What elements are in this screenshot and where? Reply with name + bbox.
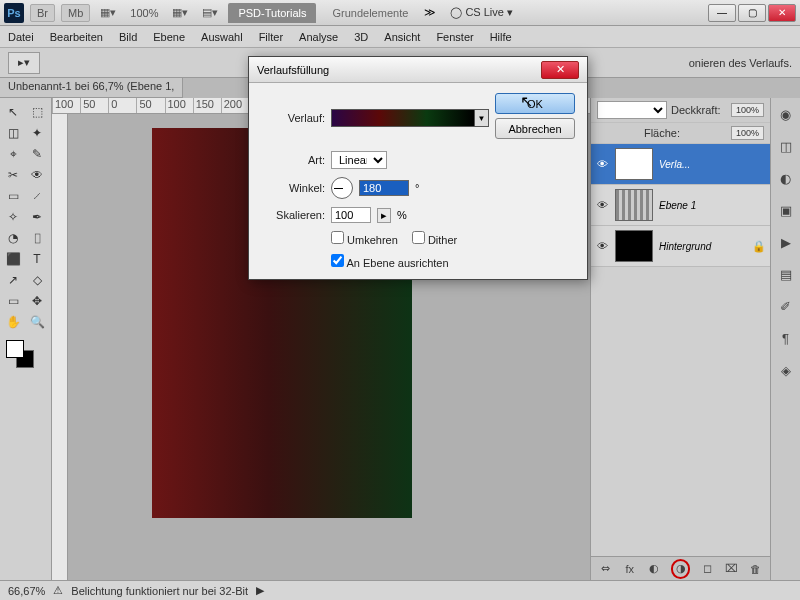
- layers-panel-icon[interactable]: ◈: [776, 360, 796, 380]
- more-icon[interactable]: ≫: [424, 6, 436, 19]
- mask-icon[interactable]: ◐: [647, 562, 661, 575]
- opacity-value[interactable]: 100%: [731, 103, 764, 117]
- cslive-button[interactable]: ◯ CS Live ▾: [450, 6, 513, 19]
- status-warn-icon: ⚠: [53, 584, 63, 597]
- visibility-icon[interactable]: 👁: [595, 158, 609, 170]
- adjustment-layer-icon[interactable]: ◑: [671, 559, 691, 579]
- tool-preset[interactable]: ▸▾: [8, 52, 40, 74]
- menu-3d[interactable]: 3D: [354, 31, 368, 43]
- angle-input[interactable]: [359, 180, 409, 196]
- shape-tool[interactable]: ◇: [26, 270, 48, 290]
- menu-filter[interactable]: Filter: [259, 31, 283, 43]
- path-tool[interactable]: ↗: [2, 270, 24, 290]
- zoom-tool[interactable]: 🔍: [26, 312, 48, 332]
- new-layer-icon[interactable]: ⌧: [724, 562, 738, 575]
- dialog-title: Verlaufsfüllung: [257, 64, 329, 76]
- menu-ansicht[interactable]: Ansicht: [384, 31, 420, 43]
- blend-mode-select[interactable]: [597, 101, 667, 119]
- type-tool[interactable]: T: [26, 249, 48, 269]
- lasso-tool[interactable]: ◫: [2, 123, 24, 143]
- pen-tool[interactable]: ⬛: [2, 249, 24, 269]
- foreground-color[interactable]: [6, 340, 24, 358]
- menu-hilfe[interactable]: Hilfe: [490, 31, 512, 43]
- menu-bearbeiten[interactable]: Bearbeiten: [50, 31, 103, 43]
- dialog-close-button[interactable]: ✕: [541, 61, 579, 79]
- reverse-checkbox[interactable]: Umkehren: [331, 231, 398, 246]
- screen-mode[interactable]: ▦▾: [168, 4, 192, 21]
- history-panel-icon[interactable]: ▶: [776, 232, 796, 252]
- layer-thumb[interactable]: [615, 148, 653, 180]
- menu-bild[interactable]: Bild: [119, 31, 137, 43]
- paragraph-panel-icon[interactable]: ¶: [776, 328, 796, 348]
- layers-footer: ⇔ fx ◐ ◑ ◻ ⌧ 🗑: [591, 556, 770, 580]
- layer-thumb[interactable]: [615, 230, 653, 262]
- align-checkbox[interactable]: An Ebene ausrichten: [331, 254, 449, 269]
- verlauf-label: Verlauf:: [261, 112, 325, 124]
- layer-thumb[interactable]: [615, 189, 653, 221]
- masks-panel-icon[interactable]: ▣: [776, 200, 796, 220]
- layer-gradient-fill[interactable]: 👁 Verla...: [591, 144, 770, 185]
- menu-analyse[interactable]: Analyse: [299, 31, 338, 43]
- brush-tool[interactable]: 👁: [26, 165, 48, 185]
- color-swatches[interactable]: [2, 338, 49, 370]
- gradient-dropdown[interactable]: ▼: [475, 109, 489, 127]
- visibility-icon[interactable]: 👁: [595, 240, 609, 252]
- menu-ebene[interactable]: Ebene: [153, 31, 185, 43]
- blur-tool[interactable]: ◔: [2, 228, 24, 248]
- bridge-button[interactable]: Br: [30, 4, 55, 22]
- maximize-button[interactable]: ▢: [738, 4, 766, 22]
- link-icon[interactable]: ⇔: [599, 562, 613, 575]
- ok-button[interactable]: OK: [495, 93, 575, 114]
- zoom-level[interactable]: 100%: [126, 5, 162, 21]
- adjustments-panel-icon[interactable]: ◐: [776, 168, 796, 188]
- heal-tool[interactable]: ✂: [2, 165, 24, 185]
- close-button[interactable]: ✕: [768, 4, 796, 22]
- dither-checkbox[interactable]: Dither: [412, 231, 457, 246]
- workspace-tab[interactable]: Grundelemente: [322, 3, 418, 23]
- fx-icon[interactable]: fx: [623, 563, 637, 575]
- crop-tool[interactable]: ⌖: [2, 144, 24, 164]
- eyedropper-tool[interactable]: ✎: [26, 144, 48, 164]
- gradient-fill-dialog: Verlaufsfüllung ✕ Verlauf: ▼ OK Abbreche…: [248, 56, 588, 280]
- move-tool[interactable]: ↖: [2, 102, 24, 122]
- minibridge-button[interactable]: Mb: [61, 4, 90, 22]
- visibility-icon[interactable]: 👁: [595, 199, 609, 211]
- dodge-tool[interactable]: ⌷: [26, 228, 48, 248]
- history-brush-tool[interactable]: ⟋: [26, 186, 48, 206]
- menu-datei[interactable]: Datei: [8, 31, 34, 43]
- trash-icon[interactable]: 🗑: [748, 563, 762, 575]
- fill-value[interactable]: 100%: [731, 126, 764, 140]
- workspace-tab-active[interactable]: PSD-Tutorials: [228, 3, 316, 23]
- menu-auswahl[interactable]: Auswahl: [201, 31, 243, 43]
- gradient-preview[interactable]: [331, 109, 475, 127]
- wand-tool[interactable]: ✦: [26, 123, 48, 143]
- color-panel-icon[interactable]: ◉: [776, 104, 796, 124]
- view-options[interactable]: ▦▾: [96, 4, 120, 21]
- scale-input[interactable]: [331, 207, 371, 223]
- document-tab[interactable]: Unbenannt-1 bei 66,7% (Ebene 1,: [0, 78, 183, 98]
- actions-panel-icon[interactable]: ▤: [776, 264, 796, 284]
- stamp-tool[interactable]: ▭: [2, 186, 24, 206]
- gradient-tool[interactable]: ✒: [26, 207, 48, 227]
- eraser-tool[interactable]: ✧: [2, 207, 24, 227]
- minimize-button[interactable]: —: [708, 4, 736, 22]
- arrange[interactable]: ▤▾: [198, 4, 222, 21]
- cancel-button[interactable]: Abbrechen: [495, 118, 575, 139]
- angle-dial[interactable]: [331, 177, 353, 199]
- marquee-tool[interactable]: ⬚: [26, 102, 48, 122]
- art-select[interactable]: Linear: [331, 151, 387, 169]
- layer-ebene1[interactable]: 👁 Ebene 1: [591, 185, 770, 226]
- status-zoom[interactable]: 66,67%: [8, 585, 45, 597]
- brush-panel-icon[interactable]: ✐: [776, 296, 796, 316]
- menu-fenster[interactable]: Fenster: [436, 31, 473, 43]
- 3d-camera-tool[interactable]: ✥: [26, 291, 48, 311]
- dialog-titlebar[interactable]: Verlaufsfüllung ✕: [249, 57, 587, 83]
- group-icon[interactable]: ◻: [700, 562, 714, 575]
- layer-hintergrund[interactable]: 👁 Hintergrund 🔒: [591, 226, 770, 267]
- layer-name: Ebene 1: [659, 200, 696, 211]
- scale-stepper[interactable]: ▸: [377, 208, 391, 223]
- swatches-panel-icon[interactable]: ◫: [776, 136, 796, 156]
- status-arrow-icon[interactable]: ▶: [256, 584, 264, 597]
- 3d-tool[interactable]: ▭: [2, 291, 24, 311]
- hand-tool[interactable]: ✋: [2, 312, 24, 332]
